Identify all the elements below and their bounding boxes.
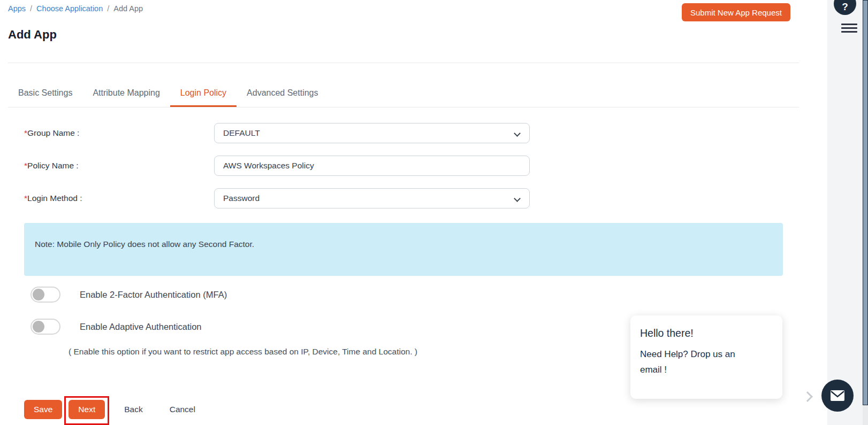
group-name-label-text: Group Name :: [27, 128, 79, 137]
login-method-label-text: Login Method :: [27, 194, 82, 203]
group-name-value: DEFAULT: [223, 128, 260, 138]
chat-message-line1: Need Help? Drop us an: [640, 346, 773, 362]
breadcrumb-add-app: Add App: [113, 4, 143, 13]
save-button[interactable]: Save: [24, 400, 62, 419]
menu-bar: [841, 27, 857, 29]
policy-name-input[interactable]: [214, 156, 530, 176]
login-method-row: *Login Method : Password: [24, 188, 783, 208]
scrollbar-thumb[interactable]: [863, 0, 868, 405]
policy-name-row: *Policy Name :: [24, 156, 783, 176]
adaptive-auth-hint: ( Enable this option if you want to rest…: [68, 347, 417, 357]
adaptive-auth-toggle-label: Enable Adaptive Authentication: [80, 322, 202, 332]
back-button[interactable]: Back: [116, 400, 151, 419]
tab-advanced-settings[interactable]: Advanced Settings: [237, 80, 328, 107]
title-divider: [8, 63, 799, 63]
tab-bar: Basic Settings Attribute Mapping Login P…: [8, 80, 799, 107]
breadcrumb-separator: /: [107, 4, 109, 13]
tab-login-policy[interactable]: Login Policy: [170, 80, 237, 107]
group-name-label: *Group Name :: [24, 123, 79, 143]
next-button-highlight: Next: [64, 396, 109, 425]
mfa-toggle[interactable]: [31, 287, 60, 303]
chat-greeting: Hello there!: [640, 327, 773, 339]
breadcrumb-choose-application[interactable]: Choose Application: [36, 4, 103, 13]
login-method-label: *Login Method :: [24, 188, 82, 208]
group-name-row: *Group Name : DEFAULT: [24, 123, 783, 143]
breadcrumb-separator: /: [30, 4, 32, 13]
menu-bar: [841, 31, 857, 33]
login-method-select[interactable]: Password: [214, 188, 530, 208]
menu-icon[interactable]: [841, 24, 857, 35]
tab-attribute-mapping[interactable]: Attribute Mapping: [82, 80, 170, 107]
chat-mail-button[interactable]: [821, 380, 854, 412]
menu-bar: [841, 24, 857, 25]
mfa-toggle-row: Enable 2-Factor Authentication (MFA): [31, 287, 227, 303]
chat-popup: Hello there! Need Help? Drop us an email…: [630, 315, 782, 399]
policy-name-label: *Policy Name :: [24, 156, 79, 176]
right-rail: [827, 0, 863, 425]
next-button[interactable]: Next: [68, 400, 105, 419]
note-banner: Note: Mobile Only Policy does not allow …: [24, 223, 783, 276]
login-method-value: Password: [223, 194, 260, 203]
add-app-page: Apps / Choose Application / Add App Subm…: [0, 0, 868, 425]
page-title: Add App: [8, 28, 57, 42]
group-name-select[interactable]: DEFAULT: [214, 123, 530, 143]
toggle-knob: [33, 289, 44, 300]
mfa-toggle-label: Enable 2-Factor Authentication (MFA): [80, 290, 227, 300]
breadcrumb-apps[interactable]: Apps: [8, 4, 26, 13]
tab-basic-settings[interactable]: Basic Settings: [8, 80, 82, 107]
toggle-knob: [33, 321, 44, 333]
chat-message-line2: email !: [640, 362, 773, 377]
adaptive-auth-toggle-row: Enable Adaptive Authentication: [31, 319, 202, 335]
adaptive-auth-toggle[interactable]: [31, 319, 60, 335]
breadcrumb: Apps / Choose Application / Add App: [8, 4, 143, 13]
action-buttons: Save Next Back Cancel: [24, 396, 204, 425]
submit-new-app-request-button[interactable]: Submit New App Request: [682, 3, 790, 21]
scrollbar-track[interactable]: [863, 0, 868, 425]
mail-icon: [830, 390, 845, 401]
policy-name-label-text: Policy Name :: [27, 161, 79, 170]
chevron-down-icon: [514, 130, 521, 137]
chevron-down-icon: [514, 195, 521, 202]
cancel-button[interactable]: Cancel: [161, 400, 204, 419]
chat-pointer-chevron-icon: [802, 391, 813, 402]
